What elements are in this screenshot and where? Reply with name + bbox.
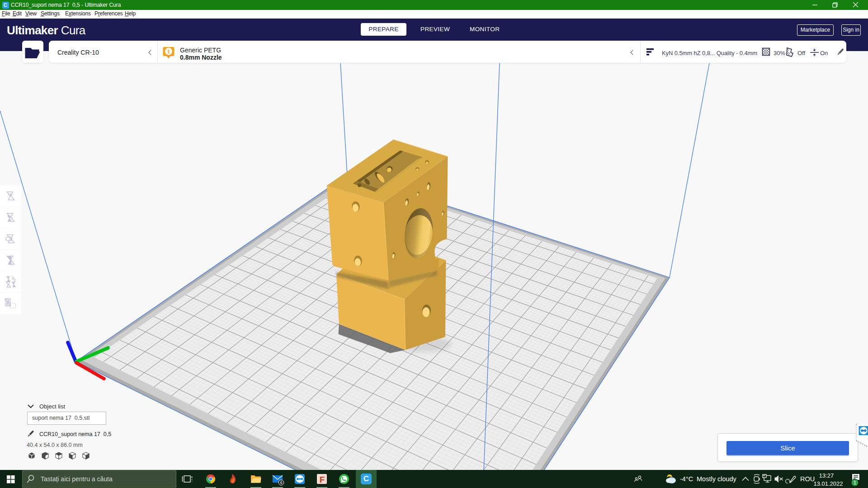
svg-text:13.01.2022: 13.01.2022 bbox=[813, 480, 843, 487]
svg-text:Mostly cloudy: Mostly cloudy bbox=[697, 475, 737, 483]
svg-text:ROU: ROU bbox=[800, 475, 815, 483]
svg-text:13:27: 13:27 bbox=[819, 472, 834, 479]
svg-text:6: 6 bbox=[280, 480, 283, 485]
svg-text:F: F bbox=[320, 475, 325, 484]
svg-text:-4°C: -4°C bbox=[680, 475, 693, 483]
svg-text:1: 1 bbox=[167, 49, 170, 54]
svg-text:1: 1 bbox=[854, 480, 856, 485]
